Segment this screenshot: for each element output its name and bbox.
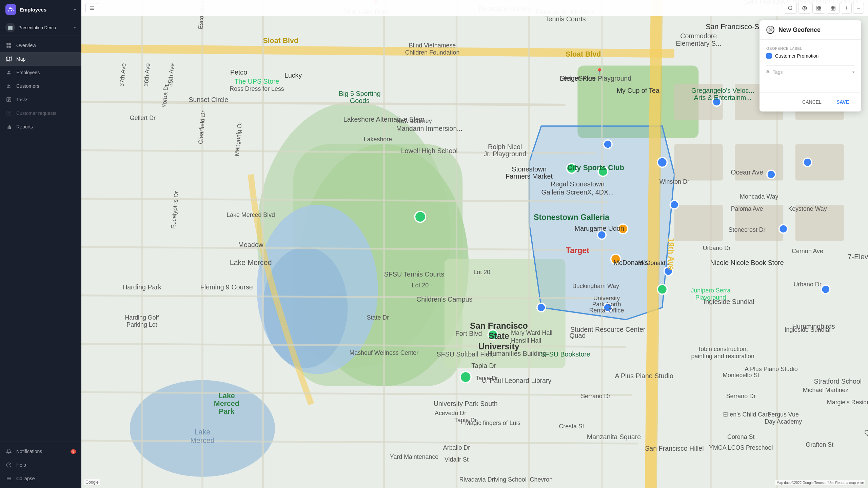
search-map-button[interactable]	[784, 3, 797, 14]
svg-text:Stratford School: Stratford School	[814, 378, 862, 385]
svg-text:Lake Merced: Lake Merced	[230, 259, 272, 267]
filter-button[interactable]	[85, 3, 98, 13]
sidebar-header[interactable]: Employees ▾	[0, 0, 81, 19]
svg-text:Big 5 Sporting: Big 5 Sporting	[339, 90, 380, 97]
svg-point-95	[767, 170, 775, 179]
svg-rect-40	[819, 6, 821, 8]
svg-text:Mary Ward Hall: Mary Ward Hall	[511, 329, 552, 336]
svg-text:Ocean Ave: Ocean Ave	[731, 168, 763, 176]
svg-text:Lucky: Lucky	[284, 72, 302, 79]
location-button[interactable]	[798, 3, 811, 14]
svg-marker-6	[6, 57, 12, 61]
geofence-close-button[interactable]: ✕	[766, 26, 774, 34]
svg-text:Humanities Building: Humanities Building	[488, 350, 546, 357]
zoom-out-button[interactable]: −	[853, 3, 864, 14]
svg-text:McDonald's: McDonald's	[638, 260, 670, 266]
svg-rect-4	[6, 46, 8, 48]
sidebar-item-collapse[interactable]: Collapse	[0, 472, 81, 485]
svg-text:Student Resource Center: Student Resource Center	[570, 326, 646, 333]
svg-text:Lake Merced Blvd: Lake Merced Blvd	[226, 211, 275, 218]
sidebar-item-customers-label: Customers	[16, 83, 39, 89]
sidebar-item-help[interactable]: Help	[0, 458, 81, 472]
svg-text:Children's Campus: Children's Campus	[416, 296, 472, 303]
svg-point-31	[788, 6, 792, 10]
svg-text:Lot 20: Lot 20	[473, 269, 490, 276]
main-content: + −	[81, 0, 868, 488]
svg-text:The UPS Store: The UPS Store	[235, 78, 279, 85]
svg-text:My Cup of Tea: My Cup of Tea	[617, 87, 659, 94]
geofence-cancel-button[interactable]: CANCEL	[797, 97, 827, 107]
sidebar-item-employees[interactable]: Employees	[0, 66, 81, 79]
svg-text:City Sports Club: City Sports Club	[567, 164, 624, 172]
svg-text:San Francisco Hillel: San Francisco Hillel	[645, 445, 704, 452]
layers-button[interactable]	[812, 3, 825, 14]
sidebar-item-customers[interactable]: Customers	[0, 79, 81, 93]
geofence-value: Customer Promotion	[775, 53, 818, 59]
sidebar-nav: Overview Map Employees	[0, 36, 81, 442]
svg-text:Park: Park	[219, 407, 235, 415]
svg-text:Cernon Ave: Cernon Ave	[792, 248, 823, 255]
svg-text:SFSU Bookstore: SFSU Bookstore	[541, 350, 590, 358]
svg-rect-81	[674, 144, 723, 181]
geofence-tags-row[interactable]: # Tags ▾	[766, 65, 854, 79]
svg-text:Children Foundation: Children Foundation	[405, 49, 460, 56]
svg-text:Arts & Entertainm...: Arts & Entertainm...	[694, 94, 752, 101]
sidebar-item-tasks[interactable]: Tasks	[0, 93, 81, 106]
svg-text:7-Eleven: 7-Eleven	[848, 253, 868, 261]
svg-text:Tennis Courts: Tennis Courts	[545, 15, 586, 23]
svg-text:Lake: Lake	[218, 392, 235, 400]
sidebar-item-customer-requests: Customer requests	[0, 106, 81, 120]
svg-line-32	[791, 9, 792, 10]
geofence-label-text: Geofence label	[766, 46, 854, 50]
sidebar-item-notifications[interactable]: Notifications 8	[0, 445, 81, 458]
zoom-in-button[interactable]: +	[841, 3, 852, 14]
grid-button[interactable]	[827, 3, 840, 14]
google-watermark: Google	[84, 479, 100, 485]
svg-rect-5	[9, 46, 11, 48]
svg-text:San Francisco: San Francisco	[470, 321, 528, 330]
map-toolbar: + −	[81, 0, 868, 16]
sidebar-item-reports-label: Reports	[16, 124, 33, 129]
svg-text:Lowell High School: Lowell High School	[401, 147, 458, 155]
svg-point-97	[803, 158, 812, 167]
svg-text:Magic fingers of Luis: Magic fingers of Luis	[465, 420, 521, 426]
tags-input[interactable]: Tags	[773, 69, 849, 75]
svg-text:SFSU Softball Field: SFSU Softball Field	[437, 350, 495, 358]
workspace-name: Presentation Demo	[18, 25, 71, 30]
svg-text:State Dr: State Dr	[367, 314, 389, 321]
svg-rect-41	[817, 8, 818, 10]
sidebar-item-map[interactable]: Map	[0, 52, 81, 66]
app-chevron-icon: ▾	[74, 7, 76, 12]
svg-text:Petco: Petco	[230, 68, 247, 76]
svg-text:Grafton St: Grafton St	[806, 441, 833, 448]
svg-text:Montecello St: Montecello St	[723, 372, 759, 379]
sidebar-item-reports[interactable]: Reports	[0, 120, 81, 134]
svg-text:SFSU Tennis Courts: SFSU Tennis Courts	[384, 270, 445, 278]
reports-icon	[5, 123, 12, 130]
svg-text:Stonestown: Stonestown	[512, 165, 547, 173]
svg-text:Galleria ScreenX, 4DX...: Galleria ScreenX, 4DX...	[541, 188, 614, 196]
svg-text:Keystone Way: Keystone Way	[788, 205, 827, 212]
geofence-save-button[interactable]: SAVE	[831, 97, 854, 107]
tasks-icon	[5, 96, 12, 103]
map-controls: + −	[784, 3, 864, 14]
tags-chevron-icon: ▾	[852, 70, 854, 75]
sidebar-item-tasks-label: Tasks	[16, 97, 28, 102]
svg-text:Sunset Circle: Sunset Circle	[189, 96, 228, 103]
svg-text:Target: Target	[566, 246, 589, 255]
svg-text:Yard Maintenance: Yard Maintenance	[390, 453, 438, 460]
workspace-item[interactable]: 🏢 Presentation Demo ▾	[0, 19, 81, 36]
svg-text:Goods: Goods	[350, 97, 370, 104]
geofence-color-dot[interactable]	[766, 53, 772, 59]
employees-icon	[5, 69, 12, 76]
svg-text:Stonecrest Dr: Stonecrest Dr	[729, 226, 766, 233]
help-icon	[5, 462, 12, 468]
collapse-label: Collapse	[16, 476, 35, 481]
map-container[interactable]: San Francisco State University Stonestow…	[81, 0, 868, 488]
sidebar-item-overview[interactable]: Overview	[0, 39, 81, 52]
workspace-chevron-icon: ▾	[74, 25, 76, 30]
sidebar-item-employees-label: Employees	[16, 70, 40, 75]
svg-text:Fort Blvd: Fort Blvd	[455, 330, 482, 337]
svg-text:Corona St: Corona St	[727, 433, 754, 440]
svg-text:Rental Office: Rental Office	[589, 307, 624, 314]
